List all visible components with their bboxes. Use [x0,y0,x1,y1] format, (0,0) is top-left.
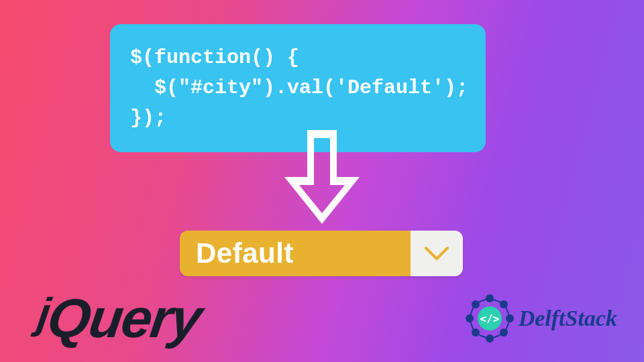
jquery-logo-text: Query [44,288,205,349]
arrow-down-icon [282,130,362,233]
dropdown-selected-label: Default [180,231,411,276]
dropdown-caret [411,231,463,276]
delftstack-logo: </> DelftStack [462,291,617,346]
delftstack-emblem-icon: </> [462,291,517,346]
jquery-logo: jQuery [33,287,205,350]
code-line-2: $("#city").val('Default'); [130,76,468,99]
svg-text:</>: </> [480,312,499,325]
code-line-3: }); [130,107,166,129]
delftstack-logo-text: DelftStack [519,306,617,331]
chevron-down-icon [423,245,450,261]
code-line-1: $(function() { [130,46,299,69]
dropdown-select[interactable]: Default [180,231,463,276]
